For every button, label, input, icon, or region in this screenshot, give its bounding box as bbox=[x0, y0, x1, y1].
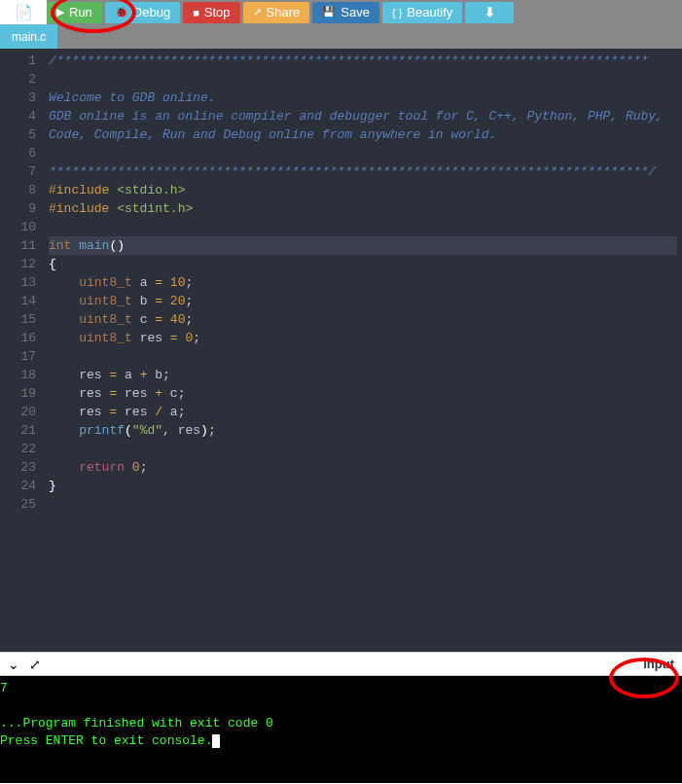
cursor bbox=[212, 734, 220, 748]
console-line: 7 bbox=[0, 680, 682, 697]
code-line: uint8_t a = 10; bbox=[49, 273, 677, 292]
code-line: printf("%d", res); bbox=[49, 421, 677, 440]
beautify-button[interactable]: { }Beautify bbox=[382, 2, 462, 23]
console-line: Press ENTER to exit console. bbox=[0, 732, 682, 750]
chevron-down-icon[interactable]: ⌄ bbox=[8, 657, 19, 672]
code-line: Code, Compile, Run and Debug online from… bbox=[49, 125, 677, 144]
code-line: /***************************************… bbox=[49, 52, 677, 70]
line-number: 18 bbox=[3, 366, 36, 384]
line-number: 16 bbox=[3, 329, 36, 347]
stop-label: Stop bbox=[204, 5, 231, 19]
braces-icon: { } bbox=[392, 7, 402, 18]
line-number: 20 bbox=[3, 403, 36, 421]
file-area: 📄 bbox=[0, 0, 47, 24]
code-line: return 0; bbox=[49, 458, 677, 477]
bug-icon: 🐞 bbox=[115, 6, 128, 18]
line-number: 19 bbox=[3, 384, 36, 403]
code-line: int main() bbox=[49, 236, 677, 255]
toolbar: 📄 ▶Run 🐞Debug ■Stop ↗Share 💾Save { }Beau… bbox=[0, 0, 682, 24]
console-header: ⌄ ⤢ input bbox=[0, 652, 682, 676]
tab-main-c[interactable]: main.c bbox=[0, 24, 57, 49]
run-label: Run bbox=[69, 5, 92, 19]
line-number: 6 bbox=[3, 144, 36, 162]
save-icon: 💾 bbox=[322, 6, 336, 18]
save-button[interactable]: 💾Save bbox=[312, 2, 379, 23]
line-number: 9 bbox=[3, 199, 36, 218]
stop-button[interactable]: ■Stop bbox=[183, 2, 239, 23]
code-line: GDB online is an online compiler and deb… bbox=[49, 107, 677, 125]
code-area[interactable]: /***************************************… bbox=[44, 49, 682, 652]
stop-icon: ■ bbox=[193, 7, 199, 18]
debug-label: Debug bbox=[133, 5, 170, 19]
run-button[interactable]: ▶Run bbox=[47, 2, 102, 23]
code-line: res = res / a; bbox=[49, 403, 677, 421]
share-icon: ↗ bbox=[253, 6, 262, 18]
line-number: 13 bbox=[3, 273, 36, 292]
download-button[interactable]: ⬇ bbox=[465, 2, 514, 23]
line-number: 14 bbox=[3, 292, 36, 310]
code-line: { bbox=[49, 255, 677, 273]
line-number: 12 bbox=[3, 255, 36, 273]
line-number: 24 bbox=[3, 477, 36, 495]
code-line: ****************************************… bbox=[49, 162, 677, 181]
share-label: Share bbox=[267, 5, 301, 19]
line-number: 8 bbox=[3, 181, 36, 199]
code-line: Welcome to GDB online. bbox=[49, 89, 677, 107]
line-number: 7 bbox=[3, 162, 36, 181]
expand-icon[interactable]: ⤢ bbox=[29, 657, 41, 672]
line-number: 3 bbox=[3, 89, 36, 107]
save-label: Save bbox=[341, 5, 370, 19]
code-line bbox=[49, 347, 677, 366]
line-number: 1 bbox=[3, 52, 36, 70]
share-button[interactable]: ↗Share bbox=[243, 2, 310, 23]
new-file-icon[interactable]: 📄 bbox=[15, 4, 33, 21]
code-line bbox=[49, 440, 677, 458]
line-number: 2 bbox=[3, 70, 36, 89]
code-line: uint8_t res = 0; bbox=[49, 329, 677, 347]
download-icon: ⬇ bbox=[485, 5, 495, 19]
console-line bbox=[0, 697, 682, 715]
line-number: 22 bbox=[3, 440, 36, 458]
play-icon: ▶ bbox=[56, 6, 64, 18]
line-number: 25 bbox=[3, 495, 36, 514]
code-line: #include <stdio.h> bbox=[49, 181, 677, 199]
code-line bbox=[49, 495, 677, 514]
input-tab[interactable]: input bbox=[643, 657, 674, 671]
line-number: 11 bbox=[3, 236, 36, 255]
code-line: uint8_t c = 40; bbox=[49, 310, 677, 329]
debug-button[interactable]: 🐞Debug bbox=[105, 2, 180, 23]
code-line bbox=[49, 70, 677, 89]
console-line: ...Program finished with exit code 0 bbox=[0, 715, 682, 732]
console-output[interactable]: 7 ...Program finished with exit code 0 P… bbox=[0, 676, 682, 783]
code-line: res = a + b; bbox=[49, 366, 677, 384]
line-number: 10 bbox=[3, 218, 36, 236]
line-number: 4 bbox=[3, 107, 36, 125]
tab-label: main.c bbox=[12, 30, 46, 44]
line-number: 21 bbox=[3, 421, 36, 440]
code-line: } bbox=[49, 477, 677, 495]
code-editor[interactable]: 1234567891011121314151617181920212223242… bbox=[0, 49, 682, 652]
code-line: uint8_t b = 20; bbox=[49, 292, 677, 310]
beautify-label: Beautify bbox=[407, 5, 452, 19]
line-gutter: 1234567891011121314151617181920212223242… bbox=[0, 49, 44, 652]
line-number: 23 bbox=[3, 458, 36, 477]
line-number: 15 bbox=[3, 310, 36, 329]
tab-bar: main.c bbox=[0, 24, 682, 49]
code-line bbox=[49, 218, 677, 236]
line-number: 17 bbox=[3, 347, 36, 366]
code-line: #include <stdint.h> bbox=[49, 199, 677, 218]
code-line: res = res + c; bbox=[49, 384, 677, 403]
line-number: 5 bbox=[3, 125, 36, 144]
code-line bbox=[49, 144, 677, 162]
